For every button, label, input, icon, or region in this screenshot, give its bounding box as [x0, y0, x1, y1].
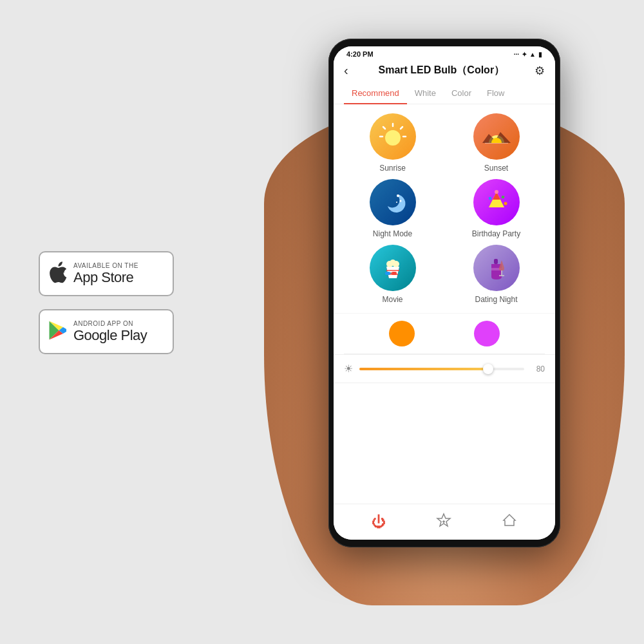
svg-point-19: [393, 261, 399, 267]
partial-icon-1[interactable]: [386, 317, 418, 350]
tab-color[interactable]: Color: [444, 83, 479, 104]
tab-flow[interactable]: Flow: [479, 83, 512, 104]
svg-point-28: [474, 321, 500, 346]
scenes-button[interactable]: [502, 513, 517, 532]
appstore-big-label: App Store: [73, 269, 138, 286]
googleplay-small-label: ANDROID APP ON: [73, 320, 147, 327]
sunset-label: Sunset: [484, 164, 508, 173]
battery-icon: ▮: [538, 51, 542, 58]
bluetooth-icon: ✦: [522, 51, 527, 58]
svg-point-0: [385, 130, 401, 146]
phone-wrapper: 4:20 PM ··· ✦ ▲ ▮ ‹ Smart LED Bulb（Color…: [303, 39, 612, 605]
svg-point-14: [504, 202, 507, 205]
svg-point-11: [495, 190, 498, 194]
store-badges: Available on the App Store ANDROID APP O…: [39, 251, 174, 354]
googleplay-big-label: Google Play: [73, 327, 147, 344]
phone-screen: 4:20 PM ··· ✦ ▲ ▮ ‹ Smart LED Bulb（Color…: [334, 46, 555, 540]
svg-marker-29: [437, 514, 450, 526]
modes-grid: Sunrise: [334, 104, 555, 313]
googleplay-badge[interactable]: ANDROID APP ON Google Play: [39, 309, 174, 354]
sunset-icon: [473, 113, 520, 160]
back-button[interactable]: ‹: [344, 63, 348, 78]
partial-modes-row: [334, 313, 555, 354]
partial-icon-2[interactable]: [471, 317, 503, 350]
phone-device: 4:20 PM ··· ✦ ▲ ▮ ‹ Smart LED Bulb（Color…: [328, 39, 560, 547]
sunrise-label: Sunrise: [379, 164, 406, 173]
signal-icon: ···: [514, 51, 519, 58]
bottom-nav: ⏻: [334, 504, 555, 540]
googleplay-text: ANDROID APP ON Google Play: [73, 320, 147, 344]
apple-icon: [49, 261, 67, 287]
mode-dating[interactable]: Dating Night: [448, 245, 545, 304]
brightness-value: 80: [531, 365, 545, 374]
svg-rect-21: [392, 272, 397, 275]
mode-night[interactable]: Night Mode: [344, 179, 441, 238]
brightness-slider[interactable]: [359, 368, 524, 370]
mode-movie[interactable]: Movie: [344, 245, 441, 304]
svg-line-4: [383, 127, 385, 129]
mode-birthday[interactable]: Birthday Party: [448, 179, 545, 238]
favorites-button[interactable]: [436, 513, 451, 532]
brightness-icon: ☀: [344, 363, 353, 375]
svg-rect-12: [501, 195, 504, 198]
dating-label: Dating Night: [475, 295, 517, 304]
movie-label: Movie: [382, 295, 402, 304]
tab-recommend[interactable]: Recommend: [344, 83, 407, 104]
svg-line-2: [401, 127, 402, 129]
status-icons: ··· ✦ ▲ ▮: [514, 51, 542, 58]
svg-point-8: [397, 194, 399, 197]
dating-icon: [473, 245, 520, 291]
googleplay-icon: [49, 321, 67, 343]
mode-sunset[interactable]: Sunset: [448, 113, 545, 173]
sunrise-icon: [370, 113, 416, 160]
app-title: Smart LED Bulb（Color）: [379, 64, 505, 77]
status-time: 4:20 PM: [346, 50, 374, 58]
status-bar: 4:20 PM ··· ✦ ▲ ▮: [334, 46, 555, 59]
svg-rect-13: [488, 197, 491, 200]
svg-point-9: [399, 200, 401, 202]
settings-button[interactable]: ⚙: [535, 64, 545, 78]
svg-point-10: [396, 202, 397, 203]
birthday-icon: [473, 179, 520, 225]
movie-icon: [370, 245, 416, 291]
power-button[interactable]: ⏻: [372, 514, 386, 531]
brightness-section: ☀ 80: [334, 354, 555, 383]
appstore-small-label: Available on the: [73, 262, 138, 269]
appstore-badge[interactable]: Available on the App Store: [39, 251, 174, 296]
mode-sunrise[interactable]: Sunrise: [344, 113, 441, 173]
tab-white[interactable]: White: [407, 83, 444, 104]
svg-rect-23: [494, 259, 498, 264]
night-label: Night Mode: [373, 229, 412, 238]
app-header: ‹ Smart LED Bulb（Color） ⚙: [334, 59, 555, 83]
birthday-label: Birthday Party: [472, 229, 520, 238]
svg-rect-20: [385, 272, 390, 275]
wifi-icon: ▲: [529, 51, 536, 58]
svg-point-27: [389, 321, 415, 346]
tab-bar: Recommend White Color Flow: [334, 83, 555, 104]
appstore-text: Available on the App Store: [73, 262, 138, 286]
night-icon: [370, 179, 416, 225]
